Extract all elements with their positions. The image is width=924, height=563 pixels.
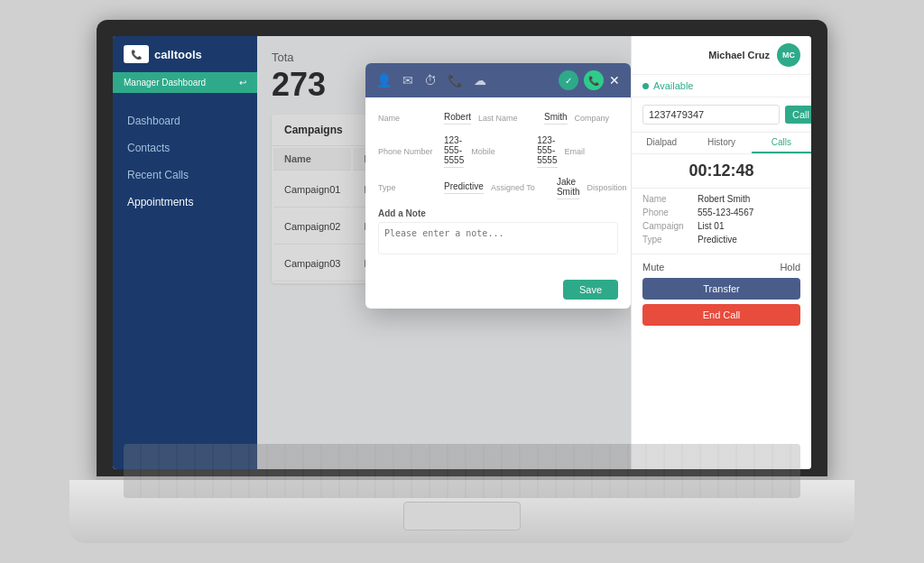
logo-area: 📞 calltools xyxy=(113,36,257,72)
sidebar-item-recent-calls[interactable]: Recent Calls xyxy=(113,162,257,189)
sidebar-item-contacts[interactable]: Contacts xyxy=(113,134,257,162)
info-row-campaign: Campaign List 01 xyxy=(642,221,800,231)
manager-dashboard-label: Manager Dashboard xyxy=(124,78,206,88)
type-value: Predictive xyxy=(698,235,737,245)
logo-text: calltools xyxy=(154,48,202,61)
name-label: Name xyxy=(378,114,437,123)
end-call-button[interactable]: End Call xyxy=(642,304,800,326)
note-input[interactable] xyxy=(378,222,618,254)
phone-value: 123-555-5555 xyxy=(444,135,464,168)
type-label: Type xyxy=(642,235,692,245)
logo-icon: 📞 xyxy=(124,45,149,63)
sidebar-nav: Dashboard Contacts Recent Calls Appointm… xyxy=(113,93,257,230)
user-name: Michael Cruz xyxy=(708,50,770,60)
transfer-button[interactable]: Transfer xyxy=(642,278,800,300)
form-row-type: Type Predictive Assigned To Jake Smith D… xyxy=(378,174,618,201)
tab-calls[interactable]: Calls xyxy=(752,133,811,153)
mobile-label: Mobile xyxy=(471,147,530,156)
modal-actions: ✓ 📞 ✕ xyxy=(559,70,620,90)
email-label: Email xyxy=(565,147,624,156)
dial-row: Call xyxy=(632,97,811,133)
modal-tab-person-icon[interactable]: 👤 xyxy=(376,73,392,88)
modal-tab-phone-icon[interactable]: 📞 xyxy=(448,73,463,88)
modal-footer: Save xyxy=(365,274,631,309)
type-value: Predictive xyxy=(444,181,484,194)
note-label: Add a Note xyxy=(378,208,618,218)
modal-tabs: 👤 ✉ ⏱ 📞 ☁ xyxy=(376,73,486,88)
save-button[interactable]: Save xyxy=(563,280,618,300)
sidebar-item-appointments[interactable]: Appointments xyxy=(113,189,257,216)
avatar: MC xyxy=(777,43,800,67)
campaign-label: Campaign xyxy=(642,221,692,231)
tab-history[interactable]: History xyxy=(691,133,751,153)
phone-label: Phone xyxy=(642,208,692,217)
modal-action-phone-btn[interactable]: 📞 xyxy=(584,70,604,90)
call-tabs: Dialpad History Calls xyxy=(632,133,811,154)
phone-label: Phone Number xyxy=(378,147,437,156)
info-row-type: Type Predictive xyxy=(642,235,800,245)
mobile-value: 123-555-5555 xyxy=(537,135,557,168)
manager-dashboard-bar[interactable]: Manager Dashboard ↩ xyxy=(113,72,257,93)
mute-button[interactable]: Mute xyxy=(642,262,664,272)
assigned-label: Assigned To xyxy=(491,183,550,192)
modal-tab-clock-icon[interactable]: ⏱ xyxy=(424,73,437,88)
email-value: rob@solarco.com xyxy=(631,145,632,158)
info-row-phone: Phone 555-123-4567 xyxy=(642,208,800,217)
disposition-label: Disposition xyxy=(587,183,631,192)
status-text: Available xyxy=(653,80,693,91)
modal-close-icon[interactable]: ✕ xyxy=(609,73,620,88)
last-name-label: Last Name xyxy=(478,114,537,123)
name-value: Robert Smith xyxy=(698,194,750,204)
sidebar-item-dashboard[interactable]: Dashboard xyxy=(113,107,257,134)
right-panel: Michael Cruz MC Available Call Dialpad xyxy=(631,36,811,469)
call-button[interactable]: Call xyxy=(785,106,811,124)
campaign-value: List 01 xyxy=(698,221,724,231)
type-label: Type xyxy=(378,183,437,192)
sidebar: 📞 calltools Manager Dashboard ↩ Dashboar… xyxy=(113,36,257,469)
laptop-trackpad xyxy=(403,502,521,531)
hold-button[interactable]: Hold xyxy=(780,262,800,272)
name-label: Name xyxy=(642,194,692,204)
modal-tab-cloud-icon[interactable]: ☁ xyxy=(474,73,486,88)
laptop-base xyxy=(69,480,855,543)
modal-action-green-btn[interactable]: ✓ xyxy=(559,70,578,90)
form-row-name: Name Robert Last Name Smith Company Sola… xyxy=(378,106,618,129)
contact-modal: 👤 ✉ ⏱ 📞 ☁ ✓ 📞 ✕ xyxy=(365,63,631,309)
dial-input[interactable] xyxy=(642,105,780,125)
tab-dialpad[interactable]: Dialpad xyxy=(632,133,691,153)
main-content: Tota 273 Campaigns Add a Note Name xyxy=(257,36,631,469)
modal-tab-email-icon[interactable]: ✉ xyxy=(402,73,413,88)
last-name-value: Smith xyxy=(544,112,568,125)
assigned-value: Jake Smith xyxy=(557,177,580,199)
modal-header: 👤 ✉ ⏱ 📞 ☁ ✓ 📞 ✕ xyxy=(365,63,631,97)
action-buttons: Mute Hold Transfer End Call xyxy=(632,254,811,333)
name-value: Robert xyxy=(444,112,471,125)
modal-note-section: Add a Note xyxy=(378,208,618,258)
form-row-phone: Phone Number 123-555-5555 Mobile 123-555… xyxy=(378,135,618,168)
status-dot xyxy=(642,83,649,89)
info-row-name: Name Robert Smith xyxy=(642,194,800,204)
back-icon[interactable]: ↩ xyxy=(239,78,246,88)
mute-hold-row: Mute Hold xyxy=(642,262,800,272)
call-info: Name Robert Smith Phone 555-123-4567 Cam… xyxy=(632,189,811,254)
modal-body: Name Robert Last Name Smith Company Sola… xyxy=(365,97,631,274)
status-row: Available xyxy=(632,75,811,97)
call-timer: 00:12:48 xyxy=(632,154,811,189)
modal-overlay: 👤 ✉ ⏱ 📞 ☁ ✓ 📞 ✕ xyxy=(257,36,631,469)
company-label: Company xyxy=(575,114,631,123)
right-panel-header: Michael Cruz MC xyxy=(632,36,811,75)
phone-value: 555-123-4567 xyxy=(698,208,753,217)
